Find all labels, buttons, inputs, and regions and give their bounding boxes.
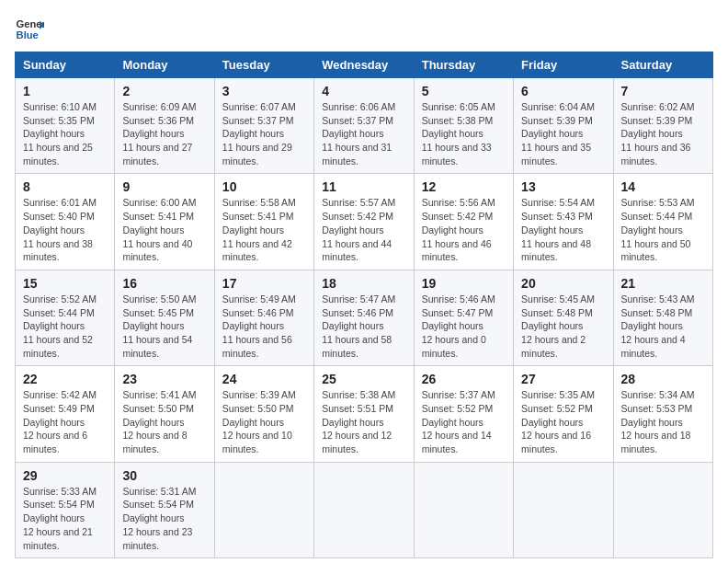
- calendar-day-cell: 14 Sunrise: 5:53 AMSunset: 5:44 PMDaylig…: [613, 174, 712, 270]
- day-number: 21: [621, 276, 705, 291]
- calendar-day-cell: 21 Sunrise: 5:43 AMSunset: 5:48 PMDaylig…: [613, 270, 712, 365]
- day-number: 16: [122, 276, 206, 291]
- day-info: Sunrise: 5:35 AMSunset: 5:52 PMDaylight …: [521, 388, 605, 455]
- calendar-day-cell: [613, 462, 712, 557]
- calendar-day-cell: [514, 462, 613, 557]
- day-info: Sunrise: 5:43 AMSunset: 5:48 PMDaylight …: [621, 293, 705, 360]
- calendar-day-cell: 20 Sunrise: 5:45 AMSunset: 5:48 PMDaylig…: [514, 270, 613, 365]
- day-info: Sunrise: 5:37 AMSunset: 5:52 PMDaylight …: [422, 388, 506, 455]
- day-number: 26: [422, 372, 506, 386]
- day-number: 1: [23, 84, 107, 98]
- day-info: Sunrise: 5:49 AMSunset: 5:46 PMDaylight …: [222, 293, 306, 360]
- calendar-day-cell: 15 Sunrise: 5:52 AMSunset: 5:44 PMDaylig…: [16, 270, 115, 365]
- calendar-day-cell: 5 Sunrise: 6:05 AMSunset: 5:38 PMDayligh…: [414, 78, 513, 174]
- day-info: Sunrise: 6:06 AMSunset: 5:37 PMDaylight …: [322, 100, 405, 167]
- day-number: 22: [23, 372, 107, 386]
- calendar-day-cell: 19 Sunrise: 5:46 AMSunset: 5:47 PMDaylig…: [414, 270, 513, 365]
- day-info: Sunrise: 6:05 AMSunset: 5:38 PMDaylight …: [422, 100, 506, 167]
- day-number: 15: [23, 276, 107, 291]
- day-info: Sunrise: 5:45 AMSunset: 5:48 PMDaylight …: [521, 293, 605, 360]
- calendar-day-cell: 25 Sunrise: 5:38 AMSunset: 5:51 PMDaylig…: [314, 366, 414, 462]
- day-info: Sunrise: 5:46 AMSunset: 5:47 PMDaylight …: [422, 293, 506, 360]
- calendar-day-cell: 26 Sunrise: 5:37 AMSunset: 5:52 PMDaylig…: [414, 366, 513, 462]
- day-info: Sunrise: 5:54 AMSunset: 5:43 PMDaylight …: [521, 196, 605, 263]
- day-number: 7: [621, 84, 705, 98]
- day-info: Sunrise: 5:41 AMSunset: 5:50 PMDaylight …: [122, 388, 206, 455]
- logo: General Blue: [15, 15, 44, 44]
- day-info: Sunrise: 5:31 AMSunset: 5:54 PMDaylight …: [122, 485, 206, 552]
- day-number: 24: [222, 372, 306, 386]
- day-info: Sunrise: 6:00 AMSunset: 5:41 PMDaylight …: [122, 196, 206, 263]
- page-header: General Blue: [15, 15, 713, 44]
- day-number: 19: [422, 276, 506, 291]
- weekday-header: Friday: [514, 52, 613, 78]
- calendar-week-row: 1 Sunrise: 6:10 AMSunset: 5:35 PMDayligh…: [16, 78, 713, 174]
- day-number: 8: [23, 179, 107, 194]
- calendar-day-cell: 17 Sunrise: 5:49 AMSunset: 5:46 PMDaylig…: [214, 270, 313, 365]
- calendar-table: SundayMondayTuesdayWednesdayThursdayFrid…: [15, 52, 713, 558]
- calendar-day-cell: 22 Sunrise: 5:42 AMSunset: 5:49 PMDaylig…: [16, 366, 115, 462]
- day-info: Sunrise: 5:57 AMSunset: 5:42 PMDaylight …: [322, 196, 405, 263]
- day-number: 6: [521, 84, 605, 98]
- calendar-week-row: 29 Sunrise: 5:33 AMSunset: 5:54 PMDaylig…: [16, 462, 713, 557]
- weekday-header: Saturday: [613, 52, 712, 78]
- day-info: Sunrise: 5:58 AMSunset: 5:41 PMDaylight …: [222, 196, 306, 263]
- day-info: Sunrise: 5:52 AMSunset: 5:44 PMDaylight …: [23, 293, 107, 360]
- calendar-header-row: SundayMondayTuesdayWednesdayThursdayFrid…: [16, 52, 713, 78]
- day-number: 12: [422, 179, 506, 194]
- weekday-header: Thursday: [414, 52, 513, 78]
- day-number: 25: [322, 372, 405, 386]
- day-info: Sunrise: 5:33 AMSunset: 5:54 PMDaylight …: [23, 485, 107, 552]
- calendar-day-cell: 7 Sunrise: 6:02 AMSunset: 5:39 PMDayligh…: [613, 78, 712, 174]
- weekday-header: Tuesday: [214, 52, 313, 78]
- calendar-day-cell: 29 Sunrise: 5:33 AMSunset: 5:54 PMDaylig…: [16, 462, 115, 557]
- day-number: 20: [521, 276, 605, 291]
- calendar-day-cell: 4 Sunrise: 6:06 AMSunset: 5:37 PMDayligh…: [314, 78, 414, 174]
- day-info: Sunrise: 6:10 AMSunset: 5:35 PMDaylight …: [23, 100, 107, 167]
- day-info: Sunrise: 5:47 AMSunset: 5:46 PMDaylight …: [322, 293, 405, 360]
- calendar-day-cell: 12 Sunrise: 5:56 AMSunset: 5:42 PMDaylig…: [414, 174, 513, 270]
- calendar-day-cell: 30 Sunrise: 5:31 AMSunset: 5:54 PMDaylig…: [115, 462, 214, 557]
- svg-text:Blue: Blue: [17, 29, 39, 40]
- day-number: 2: [122, 84, 206, 98]
- day-info: Sunrise: 5:50 AMSunset: 5:45 PMDaylight …: [122, 293, 206, 360]
- calendar-day-cell: [414, 462, 513, 557]
- calendar-day-cell: 10 Sunrise: 5:58 AMSunset: 5:41 PMDaylig…: [214, 174, 313, 270]
- calendar-day-cell: 13 Sunrise: 5:54 AMSunset: 5:43 PMDaylig…: [514, 174, 613, 270]
- day-number: 9: [122, 179, 206, 194]
- day-info: Sunrise: 5:56 AMSunset: 5:42 PMDaylight …: [422, 196, 506, 263]
- calendar-day-cell: [214, 462, 313, 557]
- weekday-header: Sunday: [16, 52, 115, 78]
- day-info: Sunrise: 6:07 AMSunset: 5:37 PMDaylight …: [222, 100, 306, 167]
- day-number: 29: [23, 468, 107, 483]
- day-number: 11: [322, 179, 405, 194]
- day-number: 10: [222, 179, 306, 194]
- day-info: Sunrise: 6:01 AMSunset: 5:40 PMDaylight …: [23, 196, 107, 263]
- calendar-day-cell: 24 Sunrise: 5:39 AMSunset: 5:50 PMDaylig…: [214, 366, 313, 462]
- calendar-day-cell: 1 Sunrise: 6:10 AMSunset: 5:35 PMDayligh…: [16, 78, 115, 174]
- weekday-header: Wednesday: [314, 52, 414, 78]
- calendar-week-row: 22 Sunrise: 5:42 AMSunset: 5:49 PMDaylig…: [16, 366, 713, 462]
- day-info: Sunrise: 5:38 AMSunset: 5:51 PMDaylight …: [322, 388, 405, 455]
- day-number: 14: [621, 179, 705, 194]
- calendar-day-cell: 28 Sunrise: 5:34 AMSunset: 5:53 PMDaylig…: [613, 366, 712, 462]
- day-info: Sunrise: 6:02 AMSunset: 5:39 PMDaylight …: [621, 100, 705, 167]
- day-number: 27: [521, 372, 605, 386]
- calendar-day-cell: 8 Sunrise: 6:01 AMSunset: 5:40 PMDayligh…: [16, 174, 115, 270]
- calendar-day-cell: 23 Sunrise: 5:41 AMSunset: 5:50 PMDaylig…: [115, 366, 214, 462]
- day-number: 13: [521, 179, 605, 194]
- calendar-day-cell: 2 Sunrise: 6:09 AMSunset: 5:36 PMDayligh…: [115, 78, 214, 174]
- weekday-header: Monday: [115, 52, 214, 78]
- calendar-day-cell: 11 Sunrise: 5:57 AMSunset: 5:42 PMDaylig…: [314, 174, 414, 270]
- day-number: 3: [222, 84, 306, 98]
- day-number: 18: [322, 276, 405, 291]
- calendar-day-cell: 6 Sunrise: 6:04 AMSunset: 5:39 PMDayligh…: [514, 78, 613, 174]
- day-number: 5: [422, 84, 506, 98]
- day-info: Sunrise: 5:42 AMSunset: 5:49 PMDaylight …: [23, 388, 107, 455]
- day-info: Sunrise: 6:04 AMSunset: 5:39 PMDaylight …: [521, 100, 605, 167]
- calendar-week-row: 8 Sunrise: 6:01 AMSunset: 5:40 PMDayligh…: [16, 174, 713, 270]
- day-info: Sunrise: 5:53 AMSunset: 5:44 PMDaylight …: [621, 196, 705, 263]
- calendar-day-cell: 16 Sunrise: 5:50 AMSunset: 5:45 PMDaylig…: [115, 270, 214, 365]
- logo-icon: General Blue: [15, 15, 44, 44]
- day-number: 17: [222, 276, 306, 291]
